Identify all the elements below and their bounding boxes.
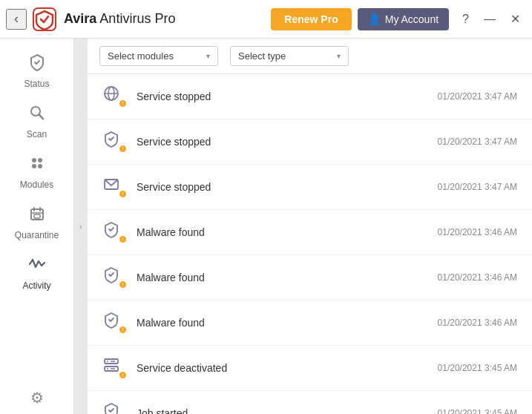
activity-list: ! Service stopped 01/20/2021 3:47 AM ! S… <box>88 74 532 414</box>
back-button[interactable]: ‹ <box>6 9 27 30</box>
activity-badge: ! <box>118 189 128 199</box>
minimize-button[interactable]: — <box>478 10 502 29</box>
activity-description: Malware found <box>137 226 427 238</box>
activity-badge: ! <box>118 99 128 108</box>
app-logo <box>31 6 58 33</box>
modules-filter[interactable]: Select modules ▾ <box>99 46 218 66</box>
shield-icon <box>28 53 46 76</box>
search-icon <box>28 104 46 126</box>
activity-badge: ! <box>118 234 128 244</box>
activity-description: Service deactivated <box>137 362 427 374</box>
activity-description: Service stopped <box>137 91 427 102</box>
sidebar-scan-label: Scan <box>27 129 47 139</box>
activity-timestamp: 01/20/2021 3:45 AM <box>438 408 517 414</box>
activity-icon-wrap: ! <box>102 401 126 414</box>
activity-badge: ! <box>118 280 128 289</box>
modules-arrow: ▾ <box>206 52 210 60</box>
settings-icon[interactable]: ⚙ <box>30 389 44 407</box>
main-layout: Status Scan Modules <box>0 39 532 414</box>
activity-icon-wrap: ! <box>102 220 126 244</box>
activity-icon-wrap: ! <box>102 85 126 108</box>
activity-icon <box>28 255 46 277</box>
activity-description: Service stopped <box>137 181 427 193</box>
activity-icon-wrap: ! <box>102 175 126 199</box>
modules-icon <box>28 154 46 177</box>
account-icon: 👤 <box>368 13 381 25</box>
activity-badge: ! <box>118 325 128 335</box>
activity-timestamp: 01/20/2021 3:47 AM <box>438 91 517 102</box>
table-row: ! Service deactivated 01/20/2021 3:45 AM <box>88 346 532 391</box>
sidebar-item-status[interactable]: Status <box>0 46 73 96</box>
activity-badge: ! <box>118 144 128 154</box>
sidebar: Status Scan Modules <box>0 39 74 414</box>
activity-timestamp: 01/20/2021 3:46 AM <box>438 227 517 237</box>
type-filter[interactable]: Select type ▾ <box>230 46 349 66</box>
content-area: Select modules ▾ Select type ▾ ! Service… <box>88 39 532 414</box>
sidebar-status-label: Status <box>24 79 49 89</box>
sidebar-modules-label: Modules <box>20 180 53 190</box>
table-row: ! Malware found 01/20/2021 3:46 AM <box>88 210 532 255</box>
collapse-handle[interactable]: ‹ <box>74 39 88 414</box>
quarantine-icon <box>28 205 46 227</box>
table-row: ! Service stopped 01/20/2021 3:47 AM <box>88 74 532 119</box>
svg-point-18 <box>107 361 108 362</box>
my-account-button[interactable]: 👤 My Account <box>358 8 449 30</box>
table-row: ! Malware found 01/20/2021 3:46 AM <box>88 300 532 346</box>
sidebar-bottom: ⚙ <box>0 389 73 414</box>
svg-line-2 <box>39 115 43 119</box>
collapse-arrow: ‹ <box>79 223 82 231</box>
activity-timestamp: 01/20/2021 3:46 AM <box>438 318 517 328</box>
activity-timestamp: 01/20/2021 3:45 AM <box>438 363 517 373</box>
table-row: ! Service stopped 01/20/2021 3:47 AM <box>88 119 532 165</box>
filter-bar: Select modules ▾ Select type ▾ <box>88 39 532 74</box>
sidebar-item-scan[interactable]: Scan <box>0 96 73 147</box>
sidebar-item-quarantine[interactable]: Quarantine <box>0 197 73 248</box>
sidebar-quarantine-label: Quarantine <box>15 230 59 240</box>
activity-icon-wrap: ! <box>102 266 126 289</box>
sidebar-item-modules[interactable]: Modules <box>0 147 73 197</box>
svg-point-4 <box>38 158 42 162</box>
svg-point-3 <box>32 158 36 162</box>
activity-badge: ! <box>118 370 128 380</box>
activity-description: Malware found <box>137 272 427 283</box>
help-button[interactable]: ? <box>456 10 475 29</box>
sidebar-activity-label: Activity <box>22 280 50 291</box>
titlebar: ‹ Avira Antivirus Pro Renew Pro 👤 My Acc… <box>0 0 532 39</box>
activity-timestamp: 01/20/2021 3:46 AM <box>438 272 517 283</box>
activity-icon-wrap: ! <box>102 356 126 380</box>
sidebar-item-activity[interactable]: Activity <box>0 248 73 298</box>
renew-pro-button[interactable]: Renew Pro <box>271 8 351 30</box>
shield-icon <box>102 409 120 414</box>
close-button[interactable]: ✕ <box>505 9 526 29</box>
type-arrow: ▾ <box>337 52 341 60</box>
table-row: ! Job started 01/20/2021 3:45 AM <box>88 391 532 414</box>
svg-point-5 <box>32 164 36 168</box>
activity-icon-wrap: ! <box>102 130 126 154</box>
activity-timestamp: 01/20/2021 3:47 AM <box>438 182 517 192</box>
table-row: ! Service stopped 01/20/2021 3:47 AM <box>88 165 532 210</box>
table-row: ! Malware found 01/20/2021 3:46 AM <box>88 255 532 300</box>
window-controls: ? — ✕ <box>456 9 526 29</box>
activity-description: Malware found <box>137 317 427 329</box>
activity-description: Job started <box>137 407 427 414</box>
activity-timestamp: 01/20/2021 3:47 AM <box>438 137 517 147</box>
activity-description: Service stopped <box>137 136 427 148</box>
svg-point-6 <box>38 164 42 168</box>
activity-icon-wrap: ! <box>102 311 126 335</box>
svg-point-19 <box>107 368 108 369</box>
app-title: Avira Antivirus Pro <box>64 11 271 27</box>
svg-rect-11 <box>34 214 40 218</box>
